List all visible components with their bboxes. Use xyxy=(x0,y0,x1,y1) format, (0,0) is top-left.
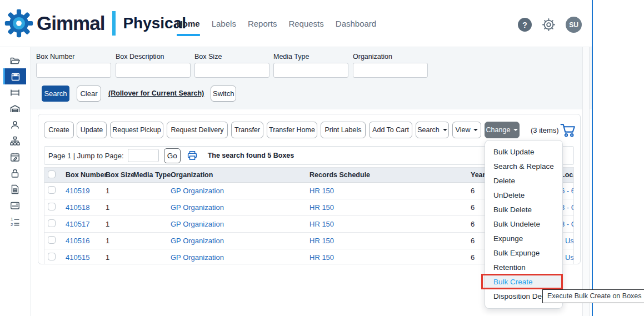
switch-button[interactable]: Switch xyxy=(211,86,236,102)
create-button[interactable]: Create xyxy=(44,122,74,138)
row-checkbox[interactable] xyxy=(48,253,56,260)
menu-item-bulk-update[interactable]: Bulk Update xyxy=(485,145,562,159)
user-avatar[interactable]: SU xyxy=(566,17,582,33)
sidebar-item-reports-doc[interactable] xyxy=(0,181,30,197)
nav-requests[interactable]: Requests xyxy=(288,0,323,47)
menu-item-expunge[interactable]: Expunge xyxy=(485,232,562,246)
nav-home[interactable]: Home xyxy=(177,0,200,47)
bulk-create-tooltip: Execute Bulk Create on Boxes xyxy=(542,289,644,303)
clear-button[interactable]: Clear xyxy=(77,86,101,102)
sidebar-item-numbered-list[interactable]: 1 2 xyxy=(0,213,30,229)
box-number-input[interactable] xyxy=(36,63,111,78)
search-result-summary: The search found 5 Boxes xyxy=(208,152,294,159)
settings-gear-icon[interactable] xyxy=(541,17,556,32)
storage-box-icon xyxy=(10,71,21,82)
media-type-input[interactable] xyxy=(273,63,348,78)
field-box-size: Box Size xyxy=(194,53,269,78)
gimmal-gear-icon xyxy=(4,9,33,38)
menu-item-bulk-delete[interactable]: Bulk Delete xyxy=(485,203,562,217)
row-checkbox[interactable] xyxy=(48,186,56,194)
menu-item-bulk-undelete[interactable]: Bulk Undelete xyxy=(485,217,562,232)
col-box-number[interactable]: Box Number xyxy=(66,171,106,179)
menu-item-delete[interactable]: Delete xyxy=(485,174,562,188)
box-number-link[interactable]: 410515 xyxy=(66,253,106,262)
chevron-down-icon xyxy=(443,129,447,133)
sidebar-item-retention-calendar[interactable] xyxy=(0,149,30,165)
nav-labels[interactable]: Labels xyxy=(212,0,236,47)
sidebar-item-folder-open[interactable] xyxy=(0,52,30,68)
request-delivery-button[interactable]: Request Delivery xyxy=(167,122,228,138)
vertical-scrollbar[interactable] xyxy=(582,47,590,316)
search-dropdown-button[interactable]: Search xyxy=(416,122,449,138)
organization-label: Organization xyxy=(353,53,428,61)
row-checkbox[interactable] xyxy=(48,219,56,227)
request-pickup-button[interactable]: Request Pickup xyxy=(110,122,163,138)
menu-item-bulk-create[interactable]: Bulk Create xyxy=(485,275,562,289)
brand-divider xyxy=(112,11,116,36)
records-schedule-link[interactable]: HR 150 xyxy=(309,220,471,228)
menu-item-search-replace[interactable]: Search & Replace xyxy=(485,159,562,174)
header-actions: ? SU xyxy=(518,17,582,33)
sidebar-item-security[interactable] xyxy=(0,165,30,181)
change-dropdown-button[interactable]: Change xyxy=(485,122,520,138)
sidebar-item-shelves[interactable] xyxy=(0,84,30,101)
menu-item-bulk-expunge[interactable]: Bulk Expunge xyxy=(485,246,562,260)
sidebar-item-org-chart[interactable] xyxy=(0,133,30,149)
person-icon xyxy=(9,119,21,131)
help-icon[interactable]: ? xyxy=(518,18,532,32)
box-number-link[interactable]: 410517 xyxy=(66,220,106,228)
view-dropdown-button[interactable]: View xyxy=(452,122,481,138)
search-dropdown-label: Search xyxy=(417,126,440,134)
folder-open-icon xyxy=(9,55,21,66)
menu-item-undelete[interactable]: UnDelete xyxy=(485,188,562,203)
box-number-link[interactable]: 410518 xyxy=(66,203,106,212)
org-chart-icon xyxy=(9,136,21,147)
numbered-list-icon: 1 2 xyxy=(9,216,21,227)
brand-logo: Gimmal Physical xyxy=(4,9,186,38)
menu-item-retention[interactable]: Retention xyxy=(485,260,562,275)
records-schedule-link[interactable]: HR 150 xyxy=(309,237,471,245)
records-schedule-link[interactable]: HR 150 xyxy=(309,187,471,195)
search-button[interactable]: Search xyxy=(42,86,69,102)
select-all-checkbox[interactable] xyxy=(48,170,56,178)
col-records-schedule[interactable]: Records Schedule xyxy=(309,171,471,179)
organization-link[interactable]: GP Organization xyxy=(171,187,309,195)
records-schedule-link[interactable]: HR 150 xyxy=(309,203,471,212)
organization-input[interactable] xyxy=(353,63,428,78)
col-media-type[interactable]: Media Type xyxy=(133,171,171,179)
nav-reports[interactable]: Reports xyxy=(248,0,277,47)
row-checkbox[interactable] xyxy=(48,236,56,244)
box-number-link[interactable]: 410519 xyxy=(66,187,106,195)
sidebar-item-people[interactable] xyxy=(0,117,30,133)
box-size-cell: 1 xyxy=(106,203,133,212)
top-header: Gimmal Physical Home Labels Reports Requ… xyxy=(0,0,592,47)
row-checkbox[interactable] xyxy=(48,203,56,210)
organization-link[interactable]: GP Organization xyxy=(171,203,309,212)
transfer-home-button[interactable]: Transfer Home xyxy=(267,122,317,138)
add-to-cart-button[interactable]: Add To Cart xyxy=(369,122,412,138)
transfer-button[interactable]: Transfer xyxy=(231,122,263,138)
organization-link[interactable]: GP Organization xyxy=(171,237,309,245)
sidebar-item-boxes[interactable] xyxy=(3,68,26,84)
box-size-input[interactable] xyxy=(194,63,269,78)
box-number-link[interactable]: 410516 xyxy=(66,237,106,245)
nav-dashboard[interactable]: Dashboard xyxy=(336,0,376,47)
sidebar-item-warehouse[interactable] xyxy=(0,101,30,117)
organization-link[interactable]: GP Organization xyxy=(171,220,309,228)
box-description-input[interactable] xyxy=(116,63,191,78)
printer-icon[interactable] xyxy=(186,149,198,162)
shopping-cart-icon[interactable] xyxy=(560,123,576,138)
field-box-description: Box Description xyxy=(116,53,191,78)
records-schedule-link[interactable]: HR 150 xyxy=(309,253,471,262)
app-window: Gimmal Physical Home Labels Reports Requ… xyxy=(0,0,644,316)
warehouse-icon xyxy=(9,103,21,114)
print-labels-button[interactable]: Print Labels xyxy=(321,122,366,138)
organization-link[interactable]: GP Organization xyxy=(171,253,309,262)
rollover-current-search-link[interactable]: (Rollover for Current Search) xyxy=(108,89,204,97)
sidebar-item-card-view[interactable] xyxy=(0,197,30,213)
go-button[interactable]: Go xyxy=(164,148,181,163)
col-organization[interactable]: Organization xyxy=(171,171,309,179)
col-box-size[interactable]: Box Size xyxy=(106,171,133,179)
jump-to-page-input[interactable] xyxy=(128,149,159,162)
update-button[interactable]: Update xyxy=(77,122,107,138)
